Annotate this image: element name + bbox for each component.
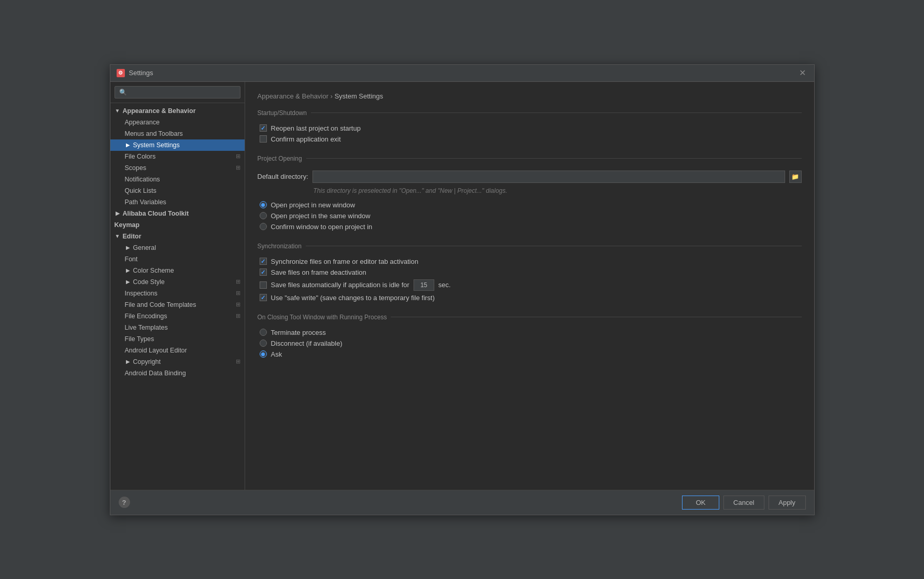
- project-opening-header: Project Opening: [258, 155, 802, 162]
- sidebar-item-label: Path Variables: [125, 199, 166, 206]
- sidebar-item-appearance[interactable]: Appearance: [110, 117, 245, 128]
- save-files-idle-label: Save files automatically if application …: [271, 281, 409, 289]
- sidebar-item-scopes[interactable]: Scopes ⊞: [110, 162, 245, 174]
- sidebar-item-general[interactable]: General: [110, 242, 245, 253]
- sidebar-item-alibaba-cloud[interactable]: Alibaba Cloud Toolkit: [110, 208, 245, 219]
- sync-files-frame-row: Synchronize files on frame or editor tab…: [258, 256, 802, 267]
- confirm-window-radio[interactable]: [260, 223, 267, 230]
- save-files-idle-row: Save files automatically if application …: [258, 278, 802, 292]
- settings-dialog: ⚙ Settings ✕ Appearance & Behavior Appea…: [110, 64, 815, 515]
- title-bar-left: ⚙ Settings: [117, 69, 153, 77]
- sidebar-item-menus-toolbars[interactable]: Menus and Toolbars: [110, 128, 245, 139]
- sidebar-item-label: File Types: [125, 335, 154, 343]
- closing-tool-window-label: On Closing Tool Window with Running Proc…: [258, 314, 387, 321]
- content-area: Appearance & Behavior › System Settings …: [245, 82, 814, 490]
- sidebar-item-label: General: [133, 244, 156, 251]
- ask-label: Ask: [271, 350, 282, 358]
- terminate-process-radio[interactable]: [260, 329, 267, 336]
- help-button[interactable]: ?: [119, 497, 130, 508]
- sidebar-item-live-templates[interactable]: Live Templates: [110, 322, 245, 333]
- sidebar-item-file-colors[interactable]: File Colors ⊞: [110, 151, 245, 162]
- ask-radio[interactable]: [260, 350, 267, 358]
- terminate-process-row: Terminate process: [258, 327, 802, 338]
- cancel-button[interactable]: Cancel: [723, 496, 764, 510]
- sidebar-item-inspections[interactable]: Inspections ⊞: [110, 288, 245, 299]
- disconnect-label: Disconnect (if available): [271, 340, 343, 347]
- open-new-window-radio[interactable]: [260, 201, 267, 208]
- close-button[interactable]: ✕: [798, 68, 808, 78]
- sidebar-item-notifications[interactable]: Notifications: [110, 174, 245, 185]
- sidebar-item-label: Notifications: [125, 176, 160, 183]
- sidebar-item-appearance-behavior[interactable]: Appearance & Behavior: [110, 105, 245, 117]
- confirm-app-exit-label: Confirm application exit: [271, 135, 341, 143]
- breadcrumb: Appearance & Behavior › System Settings: [258, 92, 802, 100]
- confirm-window-row: Confirm window to open project in: [258, 221, 802, 232]
- arrow-right-icon: [125, 267, 131, 274]
- arrow-right-icon: [125, 245, 131, 251]
- copy-icon: ⊞: [236, 301, 240, 308]
- apply-button[interactable]: Apply: [769, 496, 806, 510]
- sidebar-item-android-data-binding[interactable]: Android Data Binding: [110, 368, 245, 379]
- sidebar-item-label: Keymap: [115, 221, 140, 229]
- save-files-deactivation-checkbox[interactable]: [260, 269, 267, 276]
- synchronization-label: Synchronization: [258, 243, 302, 250]
- save-files-idle-checkbox[interactable]: [260, 281, 267, 289]
- sync-files-frame-label: Synchronize files on frame or editor tab…: [271, 258, 419, 265]
- closing-tool-window-header: On Closing Tool Window with Running Proc…: [258, 314, 802, 321]
- safe-write-label: Use "safe write" (save changes to a temp…: [271, 294, 435, 302]
- sidebar-item-keymap[interactable]: Keymap: [110, 219, 245, 231]
- confirm-window-label: Confirm window to open project in: [271, 223, 373, 231]
- sidebar-item-font[interactable]: Font: [110, 253, 245, 265]
- open-same-window-row: Open project in the same window: [258, 210, 802, 221]
- open-same-window-radio[interactable]: [260, 212, 267, 219]
- save-files-deactivation-row: Save files on frame deactivation: [258, 267, 802, 278]
- open-new-window-label: Open project in new window: [271, 201, 356, 209]
- copy-icon: ⊞: [236, 164, 240, 171]
- arrow-down-icon: [115, 233, 121, 239]
- sidebar-item-label: Editor: [123, 233, 141, 240]
- startup-shutdown-label: Startup/Shutdown: [258, 109, 307, 117]
- sidebar-item-editor[interactable]: Editor: [110, 231, 245, 242]
- sidebar-item-label: Quick Lists: [125, 187, 157, 194]
- sidebar-item-android-layout-editor[interactable]: Android Layout Editor: [110, 345, 245, 356]
- sidebar-item-system-settings[interactable]: System Settings: [110, 139, 245, 151]
- sidebar-item-color-scheme[interactable]: Color Scheme: [110, 265, 245, 276]
- sidebar-item-quick-lists[interactable]: Quick Lists: [110, 185, 245, 196]
- sidebar-item-code-style[interactable]: Code Style ⊞: [110, 276, 245, 288]
- synchronization-header: Synchronization: [258, 243, 802, 250]
- browse-dir-button[interactable]: 📁: [789, 171, 802, 183]
- synchronization-section: Synchronization Synchronize files on fra…: [258, 243, 802, 303]
- sidebar-item-label: Code Style: [133, 278, 165, 286]
- sidebar-item-file-encodings[interactable]: File Encodings ⊞: [110, 310, 245, 322]
- sidebar-item-file-code-templates[interactable]: File and Code Templates ⊞: [110, 299, 245, 310]
- confirm-app-exit-checkbox[interactable]: [260, 135, 267, 143]
- reopen-last-project-checkbox[interactable]: [260, 124, 267, 132]
- sidebar-item-copyright[interactable]: Copyright ⊞: [110, 356, 245, 368]
- disconnect-radio[interactable]: [260, 340, 267, 347]
- search-input[interactable]: [115, 86, 240, 98]
- open-same-window-label: Open project in the same window: [271, 212, 371, 220]
- sidebar-item-file-types[interactable]: File Types: [110, 333, 245, 345]
- reopen-last-project-label: Reopen last project on startup: [271, 124, 361, 132]
- copy-icon: ⊞: [236, 278, 240, 285]
- default-dir-hint: This directory is preselected in "Open..…: [258, 187, 802, 194]
- sidebar: Appearance & Behavior Appearance Menus a…: [110, 82, 245, 490]
- safe-write-checkbox[interactable]: [260, 294, 267, 301]
- arrow-right-icon: [115, 210, 121, 217]
- arrow-right-icon: [125, 279, 131, 285]
- sidebar-item-label: Menus and Toolbars: [125, 130, 183, 137]
- idle-timeout-input[interactable]: [414, 279, 434, 291]
- ok-button[interactable]: OK: [682, 496, 719, 510]
- default-dir-input[interactable]: [312, 171, 785, 183]
- arrow-right-icon: [125, 142, 131, 148]
- sidebar-item-label: Inspections: [125, 290, 158, 297]
- sec-label: sec.: [438, 281, 451, 289]
- window-title: Settings: [129, 69, 153, 77]
- arrow-down-icon: [115, 108, 121, 114]
- dialog-body: Appearance & Behavior Appearance Menus a…: [110, 82, 814, 490]
- sidebar-item-label: Appearance: [125, 119, 160, 126]
- sidebar-item-path-variables[interactable]: Path Variables: [110, 196, 245, 208]
- sync-files-frame-checkbox[interactable]: [260, 258, 267, 265]
- sidebar-item-label: Copyright: [133, 358, 161, 365]
- breadcrumb-part1: Appearance & Behavior: [258, 92, 329, 100]
